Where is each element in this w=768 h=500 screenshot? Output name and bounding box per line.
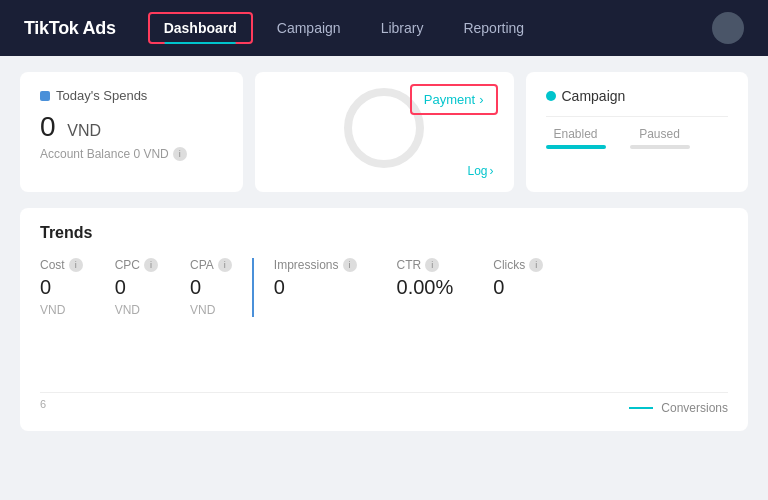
- log-link[interactable]: Log ›: [467, 164, 493, 178]
- cpa-unit: VND: [190, 303, 232, 317]
- legend-line-conversions: [629, 407, 653, 409]
- card-title-row: Today's Spends: [40, 88, 223, 103]
- cost-unit: VND: [40, 303, 83, 317]
- spends-value: 0 VND: [40, 111, 223, 143]
- chart-legend: Conversions: [40, 401, 728, 415]
- spends-title: Today's Spends: [56, 88, 147, 103]
- metrics-right-group: Impressions i 0 CTR i 0.00% Clicks i: [274, 258, 543, 317]
- metric-impressions: Impressions i 0: [274, 258, 357, 317]
- payment-button-wrapper: Payment ›: [410, 84, 498, 115]
- cost-value: 0: [40, 276, 83, 299]
- metric-cost: Cost i 0 VND: [40, 258, 83, 317]
- metric-cpc: CPC i 0 VND: [115, 258, 158, 317]
- ctr-info-icon[interactable]: i: [425, 258, 439, 272]
- payment-button[interactable]: Payment ›: [414, 88, 494, 111]
- chart-area: 6: [40, 333, 728, 393]
- main-nav: Dashboard Campaign Library Reporting: [148, 12, 540, 44]
- cpa-info-icon[interactable]: i: [218, 258, 232, 272]
- cpc-info-icon[interactable]: i: [144, 258, 158, 272]
- campaign-title: Campaign: [562, 88, 626, 104]
- header: TikTok Ads Dashboard Campaign Library Re…: [0, 0, 768, 56]
- todays-spends-card: Today's Spends 0 VND Account Balance 0 V…: [20, 72, 243, 192]
- metric-ctr: CTR i 0.00%: [397, 258, 454, 317]
- trends-section: Trends Cost i 0 VND CPC i 0: [20, 208, 748, 431]
- nav-item-campaign[interactable]: Campaign: [261, 12, 357, 44]
- status-paused: Paused: [630, 127, 690, 149]
- status-enabled: Enabled: [546, 127, 606, 149]
- cpc-value: 0: [115, 276, 158, 299]
- info-icon[interactable]: i: [173, 147, 187, 161]
- cost-info-icon[interactable]: i: [69, 258, 83, 272]
- cards-row: Today's Spends 0 VND Account Balance 0 V…: [20, 72, 748, 192]
- metric-cpa: CPA i 0 VND: [190, 258, 232, 317]
- main-content: Today's Spends 0 VND Account Balance 0 V…: [0, 56, 768, 447]
- campaign-card: Campaign Enabled Paused: [526, 72, 749, 192]
- clicks-info-icon[interactable]: i: [529, 258, 543, 272]
- cpa-value: 0: [190, 276, 232, 299]
- middle-card: Payment › Log ›: [255, 72, 514, 192]
- cpc-unit: VND: [115, 303, 158, 317]
- trends-metrics: Cost i 0 VND CPC i 0 VND CPA: [40, 258, 728, 317]
- metrics-left-group: Cost i 0 VND CPC i 0 VND CPA: [40, 258, 254, 317]
- y-axis-label: 6: [40, 398, 46, 410]
- campaign-dot-icon: [546, 91, 556, 101]
- nav-item-dashboard[interactable]: Dashboard: [148, 12, 253, 44]
- campaign-divider: [546, 116, 729, 117]
- campaign-title-row: Campaign: [546, 88, 729, 104]
- ctr-value: 0.00%: [397, 276, 454, 299]
- account-balance: Account Balance 0 VND i: [40, 147, 223, 161]
- metric-clicks: Clicks i 0: [493, 258, 543, 317]
- avatar[interactable]: [712, 12, 744, 44]
- trends-title: Trends: [40, 224, 728, 242]
- spends-icon: [40, 91, 50, 101]
- campaign-status-row: Enabled Paused: [546, 127, 729, 149]
- app-logo: TikTok Ads: [24, 18, 116, 39]
- enabled-bar: [546, 145, 606, 149]
- impressions-info-icon[interactable]: i: [343, 258, 357, 272]
- impressions-value: 0: [274, 276, 357, 299]
- paused-bar: [630, 145, 690, 149]
- legend-label-conversions: Conversions: [661, 401, 728, 415]
- clicks-value: 0: [493, 276, 543, 299]
- nav-item-library[interactable]: Library: [365, 12, 440, 44]
- nav-item-reporting[interactable]: Reporting: [447, 12, 540, 44]
- header-right: [712, 12, 744, 44]
